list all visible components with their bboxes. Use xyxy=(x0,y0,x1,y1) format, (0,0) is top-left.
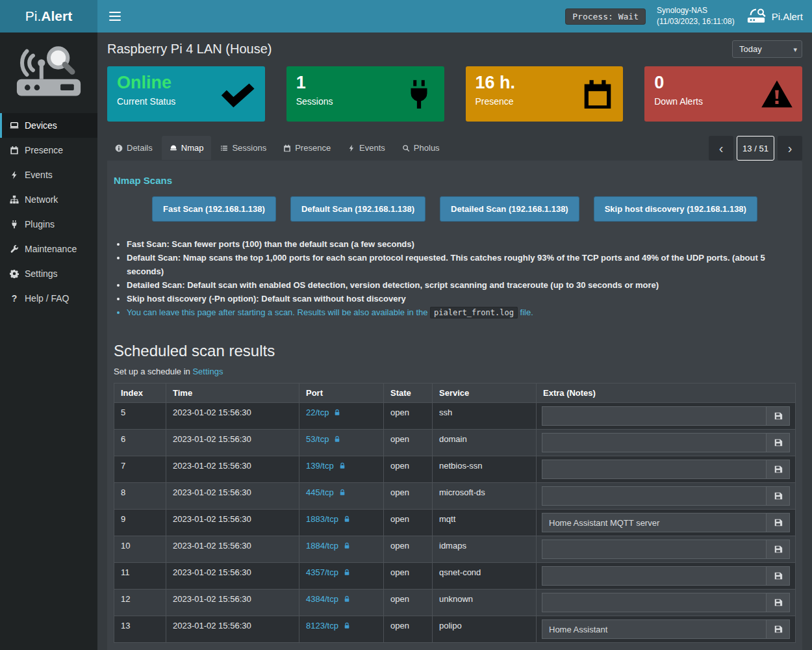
save-note-button[interactable] xyxy=(767,433,790,452)
router-search-logo-icon xyxy=(12,43,85,105)
cell-extra xyxy=(537,590,796,616)
sidebar-item-maintenance[interactable]: Maintenance xyxy=(0,237,97,261)
cell-state: open xyxy=(384,536,433,563)
port-link[interactable]: 4384/tcp xyxy=(306,594,351,604)
save-note-button[interactable] xyxy=(767,540,790,559)
save-icon xyxy=(774,598,783,607)
sidebar-item-network[interactable]: Network xyxy=(0,187,97,212)
note-input-group xyxy=(542,406,790,426)
tab-events[interactable]: Events xyxy=(340,136,393,160)
save-note-button[interactable] xyxy=(767,593,790,612)
content-header: Raspberry Pi 4 LAN (House) Today ▾ xyxy=(107,40,802,58)
leave-page-note-link[interactable]: You can leave this page after starting a… xyxy=(127,307,533,317)
tab-details[interactable]: Details xyxy=(107,136,160,160)
cell-port: 53/tcp xyxy=(299,430,384,456)
search-icon xyxy=(402,144,410,152)
cell-state: open xyxy=(384,483,433,510)
table-row: 11 2023-01-02 15:56:30 4357/tcp open qsn… xyxy=(114,563,796,590)
lock-icon xyxy=(343,541,351,550)
port-text: 22/tcp xyxy=(306,408,329,417)
menu-toggle-icon[interactable] xyxy=(107,5,123,27)
pagination-prev-button[interactable]: ‹ xyxy=(709,136,733,161)
save-icon xyxy=(774,571,783,580)
sidebar-item-devices[interactable]: Devices xyxy=(0,113,97,138)
save-icon xyxy=(774,465,783,474)
note-input[interactable] xyxy=(542,566,767,586)
info-icon xyxy=(115,144,123,152)
note-input-group xyxy=(542,460,790,479)
header-app-link[interactable]: Pi.Alert xyxy=(746,8,803,25)
cell-service: polipo xyxy=(433,616,537,643)
schedule-hint-text: Set up a schedule in xyxy=(114,367,192,376)
save-note-button[interactable] xyxy=(767,486,790,506)
list-icon xyxy=(220,144,228,152)
note-input[interactable] xyxy=(542,619,767,639)
lock-icon xyxy=(343,515,351,523)
default-scan-button[interactable]: Default Scan (192.168.1.138) xyxy=(290,196,425,222)
sidebar-logo-graphic xyxy=(0,32,97,113)
save-note-button[interactable] xyxy=(767,406,790,426)
port-link[interactable]: 4357/tcp xyxy=(306,567,351,577)
logo[interactable]: Pi.Alert xyxy=(0,0,97,32)
check-icon xyxy=(220,76,256,112)
cell-port: 8123/tcp xyxy=(299,616,384,643)
note-input-group xyxy=(542,619,790,639)
tab-label: Nmap xyxy=(181,143,204,153)
tab-label: Sessions xyxy=(232,143,266,153)
tab-pholus[interactable]: Pholus xyxy=(394,136,448,160)
sidebar-item-events[interactable]: Events xyxy=(0,162,97,187)
save-note-button[interactable] xyxy=(767,513,790,532)
port-link[interactable]: 1884/tcp xyxy=(306,541,351,551)
status-card-down-alerts: 0 Down Alerts xyxy=(644,66,802,122)
sidebar-item-help[interactable]: ? Help / FAQ xyxy=(0,286,97,311)
fast-scan-button[interactable]: Fast Scan (192.168.1.138) xyxy=(152,196,276,222)
cell-index: 12 xyxy=(114,590,166,616)
note-input[interactable] xyxy=(542,486,767,506)
save-note-button[interactable] xyxy=(767,566,790,586)
note-input[interactable] xyxy=(542,433,767,452)
tab-nmap[interactable]: Nmap xyxy=(162,136,212,160)
tab-sessions[interactable]: Sessions xyxy=(212,136,274,160)
note-input[interactable] xyxy=(542,460,767,479)
lock-icon xyxy=(333,408,341,417)
sidebar-item-label: Devices xyxy=(25,120,57,131)
pagination-next-button[interactable]: › xyxy=(778,136,802,161)
cell-index: 7 xyxy=(114,456,166,483)
page-title: Raspberry Pi 4 LAN (House) xyxy=(107,42,272,57)
port-link[interactable]: 1883/tcp xyxy=(306,514,351,524)
sidebar-item-label: Help / FAQ xyxy=(25,293,69,304)
cell-service: unknown xyxy=(433,590,537,616)
port-link[interactable]: 22/tcp xyxy=(306,408,341,417)
status-cards: Online Current Status 1 Sessions 16 h. P… xyxy=(107,66,802,122)
note-input[interactable] xyxy=(542,406,767,426)
note-input-group xyxy=(542,486,790,506)
cell-port: 1883/tcp xyxy=(299,510,384,536)
sidebar-item-settings[interactable]: Settings xyxy=(0,261,97,286)
tab-presence[interactable]: Presence xyxy=(275,136,338,160)
sidebar-item-plugins[interactable]: Plugins xyxy=(0,212,97,237)
port-link[interactable]: 8123/tcp xyxy=(306,621,351,630)
nmap-scans-heading: Nmap Scans xyxy=(114,175,796,186)
process-status-badge: Process: Wait xyxy=(566,9,645,24)
save-note-button[interactable] xyxy=(767,460,790,479)
save-note-button[interactable] xyxy=(767,619,790,639)
period-select[interactable]: Today xyxy=(732,40,802,58)
table-row: 5 2023-01-02 15:56:30 22/tcp open ssh xyxy=(114,403,796,430)
sidebar-item-presence[interactable]: Presence xyxy=(0,138,97,162)
sidebar-item-label: Maintenance xyxy=(25,244,77,254)
detailed-scan-button[interactable]: Detailed Scan (192.168.1.138) xyxy=(440,196,579,222)
col-header-port: Port xyxy=(299,384,384,403)
note-input[interactable] xyxy=(542,593,767,612)
cell-state: open xyxy=(384,590,433,616)
note-input[interactable] xyxy=(542,540,767,559)
port-link[interactable]: 53/tcp xyxy=(306,434,341,444)
port-link[interactable]: 445/tcp xyxy=(306,488,346,497)
port-link[interactable]: 139/tcp xyxy=(306,461,346,471)
schedule-settings-link[interactable]: Settings xyxy=(192,367,223,376)
note-input[interactable] xyxy=(542,513,767,532)
log-filename-code: pialert_front.log xyxy=(430,307,518,318)
skip-host-discovery-button[interactable]: Skip host discovery (192.168.1.138) xyxy=(594,196,757,222)
cell-time: 2023-01-02 15:56:30 xyxy=(166,456,299,483)
cell-service: domain xyxy=(433,430,537,456)
scan-note: Skip host discovery (-Pn option): Defaul… xyxy=(127,292,796,306)
